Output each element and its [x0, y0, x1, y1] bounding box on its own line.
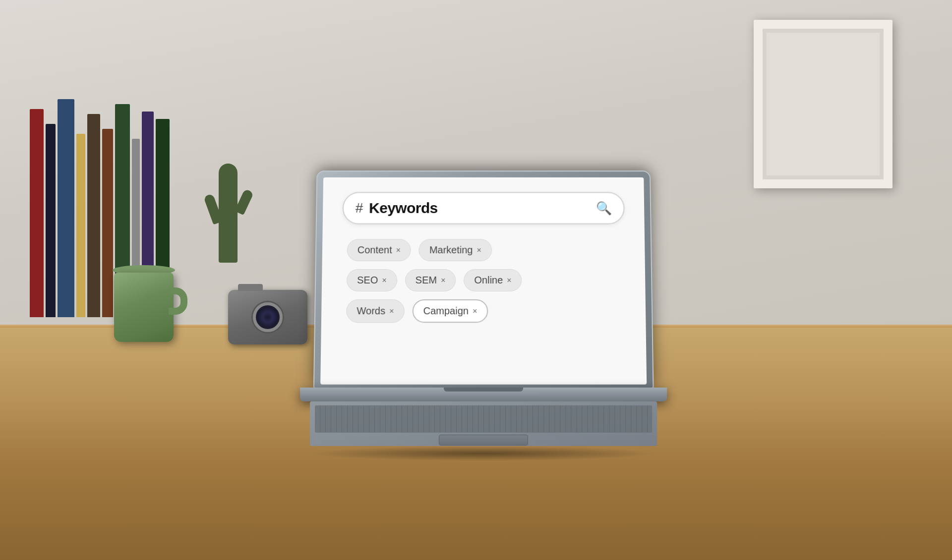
- tag-item[interactable]: SEM×: [405, 269, 456, 291]
- screen-content: # Keywords 🔍 Content×Marketing×SEO×SEM×O…: [320, 177, 647, 385]
- search-bar[interactable]: # Keywords 🔍: [343, 192, 625, 224]
- tag-remove-button[interactable]: ×: [382, 276, 387, 285]
- tag-remove-button[interactable]: ×: [389, 307, 394, 316]
- wall-frame: [754, 20, 892, 188]
- tag-label: Marketing: [429, 244, 473, 256]
- tag-remove-button[interactable]: ×: [473, 307, 477, 316]
- tag-remove-button[interactable]: ×: [476, 246, 481, 255]
- camera-top: [238, 284, 263, 291]
- book-item: [102, 129, 113, 317]
- laptop-shadow: [310, 446, 657, 461]
- laptop-keyboard: [310, 401, 657, 446]
- cactus-decoration: [208, 124, 248, 263]
- tag-item[interactable]: Words×: [346, 299, 405, 323]
- tags-area: Content×Marketing×SEO×SEM×Online×Words×C…: [341, 234, 626, 328]
- tags-row: Words×Campaign×: [346, 299, 621, 323]
- laptop-screen-outer: # Keywords 🔍 Content×Marketing×SEO×SEM×O…: [313, 170, 654, 389]
- book-item: [30, 109, 44, 317]
- book-item: [87, 114, 100, 317]
- camera-lens: [253, 302, 283, 332]
- tag-item[interactable]: SEO×: [347, 269, 397, 291]
- coffee-mug: [114, 268, 178, 342]
- laptop-hinge: [300, 388, 667, 401]
- tag-label: Online: [474, 275, 503, 286]
- frame-inner: [763, 29, 884, 179]
- tag-item[interactable]: Online×: [464, 269, 522, 291]
- search-input-text[interactable]: Keywords: [369, 200, 590, 217]
- tags-row: SEO×SEM×Online×: [347, 269, 621, 291]
- keyboard-keys: [315, 405, 652, 433]
- book-item: [76, 134, 85, 317]
- trackpad: [439, 435, 528, 446]
- mug-body: [114, 273, 174, 342]
- hash-symbol: #: [356, 200, 363, 216]
- tag-label: Words: [357, 305, 385, 317]
- tag-remove-button[interactable]: ×: [441, 276, 445, 285]
- tag-label: Content: [357, 244, 392, 256]
- tag-item[interactable]: Content×: [347, 239, 411, 261]
- tag-item[interactable]: Campaign×: [412, 299, 488, 323]
- tag-item[interactable]: Marketing×: [419, 239, 492, 261]
- tag-remove-button[interactable]: ×: [396, 246, 401, 255]
- laptop-screen-inner: # Keywords 🔍 Content×Marketing×SEO×SEM×O…: [320, 177, 647, 385]
- tags-row: Content×Marketing×: [347, 239, 620, 261]
- laptop: # Keywords 🔍 Content×Marketing×SEO×SEM×O…: [295, 169, 672, 461]
- book-item: [58, 99, 74, 317]
- tag-label: SEO: [357, 275, 378, 286]
- tag-remove-button[interactable]: ×: [507, 276, 511, 285]
- cactus-body: [219, 164, 238, 263]
- tag-label: Campaign: [423, 305, 469, 317]
- tag-label: SEM: [416, 275, 437, 286]
- book-item: [46, 124, 56, 317]
- search-icon[interactable]: 🔍: [596, 201, 612, 216]
